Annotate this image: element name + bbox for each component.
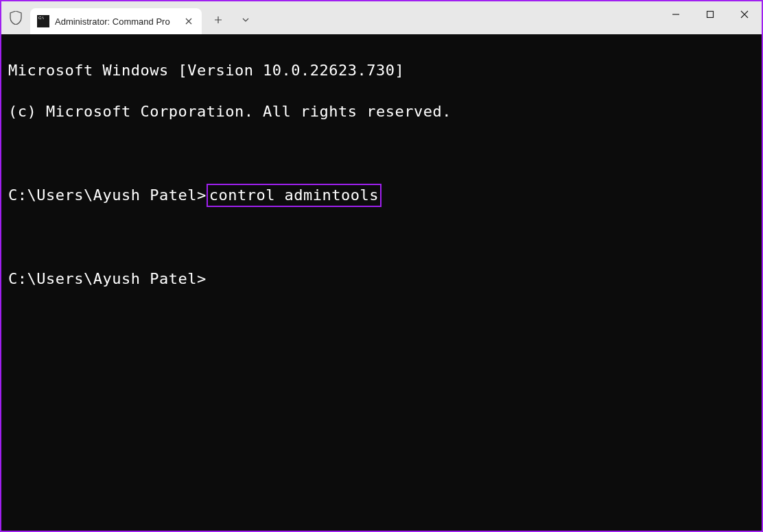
titlebar: C:\ Administrator: Command Pro xyxy=(1,1,762,34)
highlighted-command: control admintools xyxy=(207,184,382,207)
terminal-prompt-line: C:\Users\Ayush Patel> xyxy=(8,269,755,289)
terminal-prompt-line: C:\Users\Ayush Patel>control admintools xyxy=(8,184,755,207)
window-controls xyxy=(659,1,762,27)
cmd-icon: C:\ xyxy=(37,15,49,27)
terminal-prompt: C:\Users\Ayush Patel> xyxy=(8,185,207,206)
close-button[interactable] xyxy=(727,1,762,27)
titlebar-left: C:\ Administrator: Command Pro xyxy=(1,1,259,34)
new-tab-button[interactable] xyxy=(204,8,232,32)
terminal-output-line: Microsoft Windows [Version 10.0.22623.73… xyxy=(8,60,755,81)
terminal-area[interactable]: Microsoft Windows [Version 10.0.22623.73… xyxy=(1,34,762,531)
tab-dropdown-button[interactable] xyxy=(232,8,259,32)
svg-rect-0 xyxy=(707,12,714,18)
terminal-blank-line xyxy=(8,228,755,248)
terminal-output-line: (c) Microsoft Corporation. All rights re… xyxy=(8,101,755,122)
shield-icon xyxy=(8,10,23,25)
minimize-button[interactable] xyxy=(659,1,693,27)
tab-title: Administrator: Command Pro xyxy=(55,16,177,27)
maximize-button[interactable] xyxy=(693,1,727,27)
tab-close-button[interactable] xyxy=(183,15,195,27)
active-tab[interactable]: C:\ Administrator: Command Pro xyxy=(30,8,202,34)
terminal-blank-line xyxy=(8,143,755,163)
tab-actions xyxy=(204,3,259,36)
